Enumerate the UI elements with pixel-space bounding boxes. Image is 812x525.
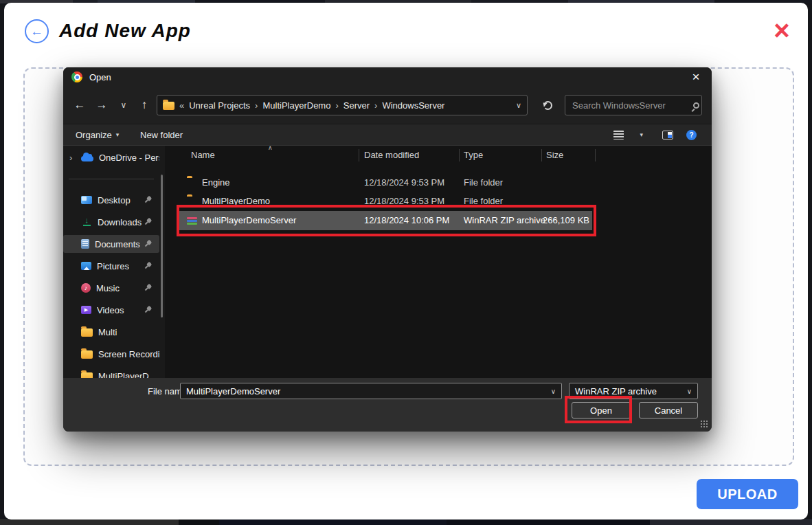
- nav-history-chevron[interactable]: ∨: [114, 95, 133, 115]
- back-arrow-icon: ←: [30, 24, 43, 39]
- chevron-down-icon: ▾: [640, 131, 643, 138]
- search-input[interactable]: [572, 100, 693, 111]
- pin-icon: [142, 304, 153, 315]
- column-header-name[interactable]: Name: [191, 146, 215, 165]
- new-folder-button[interactable]: New folder: [140, 124, 183, 145]
- organize-label: Organize: [76, 130, 112, 140]
- sidebar-item-multiplayerd[interactable]: MultiPlayerD: [63, 367, 159, 378]
- column-divider[interactable]: [359, 149, 359, 161]
- preview-pane-icon: [662, 131, 673, 139]
- folder-icon: [81, 328, 93, 337]
- music-icon: ♪: [81, 283, 91, 293]
- pin-icon: [142, 260, 153, 271]
- file-type-select[interactable]: WinRAR ZIP archive ∨: [569, 383, 698, 399]
- view-mode-chevron[interactable]: ▾: [640, 124, 643, 145]
- open-file-dialog: Open × ← → ∨ ↑ « Unreal Projects › Multi…: [63, 67, 712, 432]
- list-view-icon: [613, 131, 624, 139]
- file-name-combobox[interactable]: ∨: [180, 383, 562, 399]
- close-page-button[interactable]: ×: [768, 15, 796, 45]
- sort-ascending-icon: ∧: [268, 144, 273, 151]
- sidebar-item-documents[interactable]: Documents: [63, 235, 159, 253]
- sidebar-item-desktop[interactable]: Desktop: [63, 191, 159, 209]
- column-header-size[interactable]: Size: [546, 146, 563, 165]
- column-header-type[interactable]: Type: [464, 146, 483, 165]
- sidebar-item-label: Documents: [95, 239, 140, 249]
- refresh-icon: [543, 101, 552, 110]
- file-name: Engine: [202, 173, 229, 192]
- sidebar-item-label: Desktop: [98, 195, 131, 205]
- sidebar-item-music[interactable]: ♪ Music: [63, 279, 159, 297]
- pin-icon: [142, 238, 153, 249]
- dialog-toolbar: Organize ▾ New folder ▾ ?: [63, 124, 712, 146]
- file-date: 12/18/2024 9:53 PM: [364, 192, 444, 210]
- breadcrumb-server[interactable]: Server: [343, 100, 370, 111]
- dialog-main-area: › OneDrive - Pers Desktop ↓ Downloads: [63, 146, 712, 378]
- sidebar-item-pictures[interactable]: Pictures: [63, 257, 159, 275]
- chevron-down-icon[interactable]: ∨: [551, 388, 556, 395]
- chevron-down-icon: ▾: [116, 131, 120, 138]
- breadcrumb-unreal-projects[interactable]: Unreal Projects: [189, 100, 250, 111]
- crumb-separator-icon: ›: [255, 100, 258, 111]
- resize-grip[interactable]: [701, 421, 708, 428]
- sidebar-item-label: Music: [96, 283, 120, 293]
- sidebar-item-multi[interactable]: Multi: [63, 323, 159, 341]
- winrar-archive-icon: [187, 216, 197, 225]
- pictures-icon: [81, 262, 91, 270]
- dialog-close-icon[interactable]: ×: [688, 69, 703, 85]
- file-date: 12/18/2024 9:53 PM: [364, 173, 444, 192]
- file-row-engine[interactable]: Engine 12/18/2024 9:53 PM File folder: [165, 173, 712, 192]
- breadcrumb-windowsserver[interactable]: WindowsServer: [382, 100, 444, 111]
- nav-up-button[interactable]: ↑: [135, 95, 154, 115]
- column-header-date-modified[interactable]: Date modified: [364, 146, 419, 165]
- chevron-down-icon: ∨: [687, 388, 692, 395]
- folder-icon: [163, 102, 174, 110]
- nav-forward-button[interactable]: →: [92, 95, 111, 115]
- help-button[interactable]: ?: [686, 124, 697, 145]
- view-mode-button[interactable]: [613, 124, 624, 145]
- upload-button[interactable]: UPLOAD: [697, 479, 798, 509]
- page-title: Add New App: [59, 18, 191, 44]
- dialog-navigation-bar: ← → ∨ ↑ « Unreal Projects › MultiPlayerD…: [63, 87, 712, 124]
- column-divider[interactable]: [541, 149, 542, 161]
- file-size: 266,109 KB: [539, 211, 589, 230]
- file-type: File folder: [464, 173, 503, 192]
- desktop-icon: [81, 196, 92, 204]
- nav-back-button[interactable]: ←: [70, 95, 89, 115]
- sidebar-item-videos[interactable]: ▶ Videos: [63, 301, 159, 319]
- breadcrumb-multiplayerdemo[interactable]: MultiPlayerDemo: [262, 100, 330, 111]
- sidebar-scrollbar[interactable]: [161, 175, 163, 317]
- search-box[interactable]: [565, 95, 702, 115]
- file-type-value: WinRAR ZIP archive: [575, 386, 657, 396]
- sidebar-item-label: Screen Recordin: [98, 349, 159, 359]
- file-name-input[interactable]: [186, 386, 551, 396]
- file-name: MultiPlayerDemo: [202, 192, 270, 210]
- preview-pane-button[interactable]: [662, 124, 673, 145]
- dialog-titlebar[interactable]: Open ×: [63, 67, 712, 87]
- address-dropdown-chevron[interactable]: ∨: [516, 101, 521, 110]
- sidebar-item-downloads[interactable]: ↓ Downloads: [63, 213, 159, 231]
- organize-button[interactable]: Organize ▾: [76, 124, 119, 145]
- file-date: 12/18/2024 10:06 PM: [364, 211, 449, 230]
- dialog-title: Open: [89, 72, 111, 82]
- file-row-multiplayerdemo[interactable]: MultiPlayerDemo 12/18/2024 9:53 PM File …: [165, 192, 712, 210]
- open-button[interactable]: Open: [572, 402, 631, 418]
- pin-icon: [142, 282, 153, 293]
- sidebar-item-label: Downloads: [98, 217, 142, 227]
- file-row-multiplayerdemoserver-selected[interactable]: MultiPlayerDemoServer 12/18/2024 10:06 P…: [179, 211, 592, 230]
- navigation-pane: › OneDrive - Pers Desktop ↓ Downloads: [63, 146, 165, 378]
- refresh-button[interactable]: [537, 95, 558, 115]
- back-button[interactable]: ←: [25, 19, 49, 43]
- videos-icon: ▶: [81, 306, 91, 314]
- breadcrumb-collapse-icon[interactable]: «: [179, 100, 184, 111]
- help-icon: ?: [686, 130, 697, 140]
- folder-icon: [81, 372, 93, 378]
- folder-icon: [81, 350, 93, 359]
- column-divider[interactable]: [459, 149, 460, 161]
- column-divider[interactable]: [595, 149, 596, 161]
- list-header: Name ∧ Date modified Type Size: [63, 146, 712, 165]
- address-bar[interactable]: « Unreal Projects › MultiPlayerDemo › Se…: [157, 95, 528, 115]
- cancel-button[interactable]: Cancel: [639, 402, 698, 418]
- new-folder-label: New folder: [140, 130, 183, 140]
- sidebar-item-label: Multi: [98, 327, 117, 337]
- sidebar-item-screen-recordings[interactable]: Screen Recordin: [63, 345, 159, 363]
